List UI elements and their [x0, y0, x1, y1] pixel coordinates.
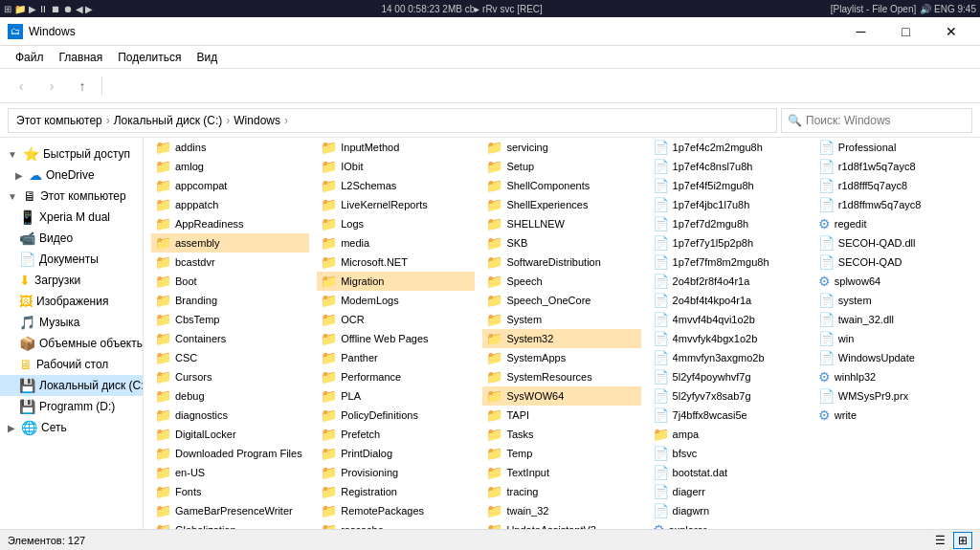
list-item[interactable]: 📄1p7ef4f5i2mgu8h [649, 176, 807, 195]
menu-file[interactable]: Файл [8, 49, 52, 66]
list-item[interactable]: 📄2o4bf2r8f4o4r1a [649, 272, 807, 291]
list-item[interactable]: 📄1p7ef7y1l5p2p8h [649, 233, 807, 253]
list-item[interactable]: 📄WMSysPr9.prx [814, 386, 972, 406]
list-item[interactable]: ⚙explorer [649, 520, 807, 529]
sidebar-item-music[interactable]: 🎵 Музыка [0, 312, 143, 333]
list-item[interactable]: 📁Speech_OneCore [482, 291, 640, 310]
back-button[interactable]: ‹ [8, 73, 34, 99]
list-item[interactable]: 📄2o4bf4t4kpo4r1a [649, 291, 807, 310]
list-item[interactable]: 📄1p7ef4c2m2mgu8h [649, 138, 807, 157]
list-item[interactable]: 📄r1d8f1w5q7ayc8 [814, 157, 972, 176]
list-item[interactable]: 📁assembly [151, 233, 309, 253]
list-item[interactable]: 📁servicing [482, 138, 640, 157]
list-item[interactable]: 📁UpdateAssistantV2 [482, 520, 640, 529]
list-item[interactable]: 📁Globalization [151, 520, 309, 529]
list-item[interactable]: 📁Branding [151, 291, 309, 310]
search-box[interactable]: 🔍 [781, 108, 972, 133]
list-item[interactable]: 📁Boot [151, 272, 309, 291]
list-item[interactable]: 📁PLA [317, 386, 475, 406]
list-item[interactable]: 📁TAPI [482, 406, 640, 425]
list-item[interactable]: 📁Tasks [482, 425, 640, 444]
list-item[interactable]: 📁twain_32 [482, 501, 640, 520]
sidebar-item-downloads[interactable]: ⬇ Загрузки [0, 270, 143, 291]
list-item[interactable]: 📁PrintDialog [317, 444, 475, 463]
list-item[interactable]: 📁DigitalLocker [151, 425, 309, 444]
maximize-button[interactable]: □ [884, 18, 927, 45]
list-item[interactable]: 📁System [482, 310, 640, 329]
list-item[interactable]: 📄SECOH-QAD [814, 253, 972, 272]
list-item[interactable]: 📁ampa [649, 425, 807, 444]
list-item[interactable]: 📄WindowsUpdate [814, 348, 972, 367]
list-item[interactable]: 📁bcastdvr [151, 253, 309, 272]
sidebar-item-objects[interactable]: 📦 Объемные объекты [0, 333, 143, 354]
sidebar-item-xperia[interactable]: 📱 Xperia M dual [0, 207, 143, 228]
list-item[interactable]: 📁Fonts [151, 482, 309, 501]
list-item[interactable]: 📄1p7ef4jbc1l7u8h [649, 195, 807, 214]
list-item[interactable]: 📁Prefetch [317, 425, 475, 444]
search-input[interactable] [806, 114, 966, 127]
list-item[interactable]: 📁debug [151, 386, 309, 406]
list-item[interactable]: 📄1p7ef7d2mgu8h [649, 214, 807, 233]
list-item[interactable]: 📄5l2yf4poywhvf7g [649, 367, 807, 386]
list-item[interactable]: ⚙regedit [814, 214, 972, 233]
sidebar-item-network[interactable]: ▶ 🌐 Сеть [0, 417, 143, 438]
list-item[interactable]: 📄bfsvc [649, 444, 807, 463]
list-item[interactable]: 📁Microsoft.NET [317, 253, 475, 272]
list-item[interactable]: 📄1p7ef4c8nsl7u8h [649, 157, 807, 176]
list-item[interactable]: 📁Provisioning [317, 463, 475, 482]
minimize-button[interactable]: ─ [839, 18, 882, 45]
list-item[interactable]: 📁ShellComponents [482, 176, 640, 195]
menu-view[interactable]: Вид [189, 49, 225, 66]
list-item[interactable]: 📄bootstat.dat [649, 463, 807, 482]
list-item[interactable]: 📄4mmvfyn3axgmo2b [649, 348, 807, 367]
list-item[interactable]: 📄7j4bffx8wcasi5e [649, 406, 807, 425]
sidebar-item-quickaccess[interactable]: ▼ ⭐ Быстрый доступ [0, 143, 143, 165]
sidebar-item-desktop[interactable]: 🖥 Рабочий стол [0, 354, 143, 375]
list-item[interactable]: 📁OCR [317, 310, 475, 329]
list-item[interactable]: 📁Speech [482, 272, 640, 291]
list-item[interactable]: 📁GameBarPresenceWriter [151, 501, 309, 520]
list-item[interactable]: 📁Setup [482, 157, 640, 176]
list-item[interactable]: 📄r1d8fff5q7ayc8 [814, 176, 972, 195]
list-item[interactable]: 📄1p7ef7fm8m2mgu8h [649, 253, 807, 272]
list-item[interactable]: 📄Professional [814, 138, 972, 157]
list-item[interactable]: 📁AppReadiness [151, 214, 309, 233]
list-item[interactable]: 📁en-US [151, 463, 309, 482]
list-item[interactable]: 📁apppatch [151, 195, 309, 214]
list-item[interactable]: 📁PolicyDefinitions [317, 406, 475, 425]
list-item[interactable]: 📁Logs [317, 214, 475, 233]
list-item[interactable]: 📁diagnostics [151, 406, 309, 425]
window-controls[interactable]: ─ □ ✕ [839, 18, 972, 45]
list-item[interactable]: 📁InputMethod [317, 138, 475, 157]
list-item[interactable]: 📄r1d8ffmw5q7ayc8 [814, 195, 972, 214]
breadcrumb[interactable]: Этот компьютер › Локальный диск (C:) › W… [8, 108, 777, 133]
sidebar-item-cdrive[interactable]: 💾 Локальный диск (C:) [0, 375, 143, 396]
list-item[interactable]: 📁rescache [317, 520, 475, 529]
list-item[interactable]: 📁SystemApps [482, 348, 640, 367]
menu-home[interactable]: Главная [52, 49, 111, 66]
list-item[interactable]: 📁ModemLogs [317, 291, 475, 310]
list-item[interactable]: 📁CbsTemp [151, 310, 309, 329]
list-item[interactable]: 📄4mvvf4b4qvi1o2b [649, 310, 807, 329]
menu-share[interactable]: Поделиться [110, 49, 189, 66]
list-item[interactable]: 📁tracing [482, 482, 640, 501]
list-item[interactable]: 📁L2Schemas [317, 176, 475, 195]
list-item[interactable]: ⚙winhlp32 [814, 367, 972, 386]
list-item[interactable]: 📁Offline Web Pages [317, 329, 475, 348]
list-item[interactable]: 📄diagerr [649, 482, 807, 501]
list-item[interactable]: 📁SoftwareDistribution [482, 253, 640, 272]
forward-button[interactable]: › [38, 73, 65, 99]
view-icons-button[interactable]: ⊞ [953, 532, 972, 549]
list-item[interactable]: 📄system [814, 291, 972, 310]
list-item[interactable]: 📁Migration [317, 272, 475, 291]
list-item[interactable]: 📁SystemResources [482, 367, 640, 386]
list-item[interactable]: 📄5l2yfyv7x8sab7g [649, 386, 807, 406]
sidebar-item-thispc[interactable]: ▼ 🖥 Этот компьютер [0, 186, 143, 207]
list-item[interactable]: 📁amlog [151, 157, 309, 176]
list-item[interactable]: 📁SHELLNEW [482, 214, 640, 233]
list-item[interactable]: 📄twain_32.dll [814, 310, 972, 329]
list-item[interactable]: 📄diagwrn [649, 501, 807, 520]
list-item[interactable]: ⚙splwow64 [814, 272, 972, 291]
sidebar-item-docs[interactable]: 📄 Документы [0, 249, 143, 270]
list-item[interactable]: 📁Temp [482, 444, 640, 463]
